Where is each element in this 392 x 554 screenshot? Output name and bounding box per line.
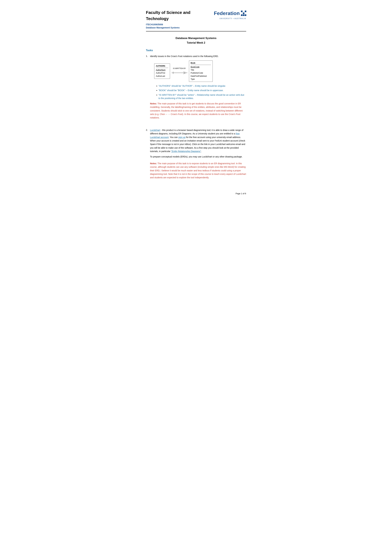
document-title-area: Database Management Systems Tutorial Wee… — [146, 36, 246, 45]
entity-book-attr-5: Type — [191, 78, 211, 81]
task2-text1: - this product is a browser based diagra… — [150, 129, 244, 135]
task-1-content: Identify issues in the Crow's Foot notat… — [150, 55, 246, 123]
erd-diagram: AUTHORS AuthorNum AuthorFirst AuthorLast… — [154, 61, 246, 82]
federation-subtext: UNIVERSITY • AUSTRALIA — [214, 17, 246, 20]
entity-authors-attr-1: AuthorNum — [156, 69, 168, 71]
erd-relationship: IS WRITTEN BY — [170, 67, 189, 75]
erd-entity-book: Book BookCode Title PublisherCode DateFi… — [189, 61, 213, 82]
federation-grid-icon — [241, 11, 246, 16]
task-2-number: 2. — [146, 128, 149, 183]
task2-text2: . You can — [168, 136, 178, 138]
entity-authors-attr-3: AuthorLast — [156, 75, 168, 78]
bullet-item-1: "AUTHORS" should be "AUTHOR" – Entity na… — [156, 84, 246, 88]
entity-book-attr-2: Title — [191, 69, 211, 71]
course-code: ITECH1006/5006 — [146, 23, 214, 26]
entity-book-attr-4: DateFirstPublished — [191, 75, 211, 78]
bullet-item-2: "BOOK" should be "BOOK" – Entity name sh… — [156, 89, 246, 92]
task-2-body: Lucidchart - this product is a browser b… — [150, 129, 245, 152]
notes-block-2: Notes: The main purpose of this task is … — [150, 162, 246, 180]
task-2-para2: To prepare conceptual models (ERDs), you… — [150, 155, 246, 158]
tasks-heading: Tasks — [146, 48, 246, 52]
entity-book-attr-1: BookCode — [191, 66, 211, 69]
task-2: 2. Lucidchart - this product is a browse… — [146, 128, 246, 183]
notes-label-1: Notes: — [150, 102, 157, 105]
erd-connector-svg — [172, 70, 187, 75]
task-1: 1. Identify issues in the Crow's Foot no… — [146, 55, 246, 123]
page-info: Page 1 of 6 — [236, 192, 246, 195]
page-header: Faculty of Science and Technology ITECH1… — [146, 9, 246, 31]
page-footer: Page 1 of 6 — [146, 192, 246, 195]
entity-book-attr-3: PublisherCode — [191, 71, 211, 75]
notes-text-2: The main purpose of this task is to expo… — [150, 162, 246, 179]
task-1-bullets: "AUTHORS" should be "AUTHOR" – Entity na… — [156, 84, 246, 100]
entity-book-name: Book — [191, 62, 211, 65]
task2-text4: . — [201, 150, 202, 152]
entity-authors-name: AUTHORS — [156, 65, 168, 68]
federation-logo-text: Federation — [214, 9, 246, 17]
rel-label: IS WRITTEN BY — [173, 67, 186, 70]
bullet-item-3: "IS WRITTEN BY" should be "writes" – Rel… — [156, 93, 246, 100]
doc-main-title: Database Management Systems — [146, 36, 246, 40]
task-1-number: 1. — [146, 55, 149, 123]
lucidchart-link[interactable]: Lucidchart — [150, 129, 160, 132]
notes-block-1: Notes: The main purpose of this task is … — [150, 102, 246, 119]
svg-point-5 — [184, 72, 186, 73]
header-left: Faculty of Science and Technology ITECH1… — [146, 9, 214, 29]
federation-logo: Federation UNIVERSITY • AUSTRALIA — [214, 9, 246, 20]
doc-subtitle: Tutorial Week 2 — [146, 41, 246, 45]
notes-text-1: The main purpose of this task is to get … — [150, 102, 243, 119]
task-1-text: Identify issues in the Crow's Foot notat… — [150, 55, 219, 57]
course-name: Database Management Systems — [146, 26, 214, 29]
task-2-content: Lucidchart - this product is a browser b… — [150, 128, 246, 183]
erd-entity-authors: AUTHORS AuthorNum AuthorFirst AuthorLast — [154, 63, 170, 79]
entity-authors-attr-2: AuthorFirst — [156, 71, 168, 75]
signup-link[interactable]: sign up — [178, 136, 185, 138]
faculty-title: Faculty of Science and Technology — [146, 9, 214, 22]
erd-tutorial-link[interactable]: "Entity Relationship Diagrams" — [171, 150, 201, 152]
notes-label-2: Notes: — [150, 162, 157, 165]
